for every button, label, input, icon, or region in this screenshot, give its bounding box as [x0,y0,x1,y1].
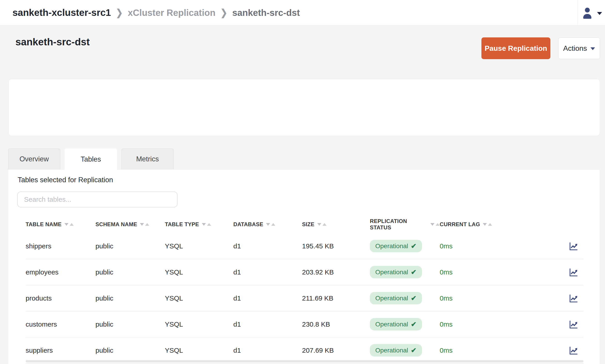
check-icon: ✔ [411,294,417,302]
actions-button[interactable]: Actions [558,37,600,59]
cell-table-name: employees [26,268,95,276]
tab-metrics[interactable]: Metrics [121,148,174,169]
sort-icon[interactable] [202,223,211,226]
user-avatar-icon [581,6,594,19]
check-icon: ✔ [411,320,417,328]
lag-graph-icon[interactable] [568,267,579,277]
table-row[interactable]: shippers public YSQL d1 195.45 KB Operat… [26,233,583,259]
cell-schema-name: public [95,268,165,276]
breadcrumb-universe[interactable]: sanketh-xcluster-src1 [13,7,111,18]
cell-current-lag: 0ms [440,347,506,354]
page-title: sanketh-src-dst [15,36,90,48]
column-header-replication-status[interactable]: REPLICATION STATUS [370,218,440,231]
pause-replication-button[interactable]: Pause Replication [481,37,550,59]
panel-heading: Tables selected for Replication [18,176,113,184]
cell-schema-name: public [95,242,165,250]
status-badge: Operational✔ [370,240,422,252]
table-row[interactable]: employees public YSQL d1 203.92 KB Opera… [26,259,583,285]
column-header-schema-name[interactable]: SCHEMA NAME [95,221,165,228]
cell-size: 211.69 KB [302,294,370,302]
status-badge: Operational✔ [370,318,422,330]
cell-size: 203.92 KB [302,268,370,276]
detail-tabs: Overview Tables Metrics [8,148,174,170]
cell-schema-name: public [95,347,165,354]
user-menu[interactable] [577,0,605,25]
sort-icon[interactable] [317,223,327,226]
sort-icon[interactable] [64,223,74,226]
breadcrumb-current: sanketh-src-dst [232,8,300,18]
tables-panel: Tables selected for Replication TABLE NA… [8,169,600,364]
top-navbar: sanketh-xcluster-src1 ❯ xCluster Replica… [0,0,605,25]
table-header-row: TABLE NAME SCHEMA NAME TABLE TYPE DATABA… [26,216,583,233]
cell-table-name: customers [26,321,95,328]
status-badge: Operational✔ [370,292,422,304]
tab-overview[interactable]: Overview [8,148,60,169]
cell-current-lag: 0ms [440,242,506,250]
check-icon: ✔ [411,346,417,354]
breadcrumb-chevron-icon: ❯ [116,7,123,18]
cell-table-name: suppliers [26,347,95,354]
sort-icon[interactable] [430,223,440,226]
column-header-table-name[interactable]: TABLE NAME [26,221,95,228]
cell-database: d1 [233,268,302,276]
table-row[interactable]: suppliers public YSQL d1 207.69 KB Opera… [26,338,583,364]
cell-table-type: YSQL [165,268,233,276]
cell-size: 195.45 KB [302,242,370,250]
check-icon: ✔ [411,242,417,250]
cell-table-type: YSQL [165,321,233,328]
column-header-table-type[interactable]: TABLE TYPE [165,221,233,228]
cell-table-type: YSQL [165,242,233,250]
replication-status-card: Replication Status Enabled Current Lag L… [8,79,600,136]
cell-database: d1 [233,294,302,302]
lag-graph-icon[interactable] [568,241,579,251]
search-input[interactable] [17,192,178,207]
horizontal-scrollbar[interactable] [26,360,583,363]
breadcrumb-chevron-icon: ❯ [220,7,227,18]
cell-schema-name: public [95,321,165,328]
chevron-down-icon [591,47,595,50]
lag-graph-icon[interactable] [568,293,579,303]
column-header-database[interactable]: DATABASE [233,221,302,228]
cell-current-lag: 0ms [440,321,506,328]
chevron-down-icon [597,12,602,15]
cell-current-lag: 0ms [440,294,506,302]
cell-table-type: YSQL [165,294,233,302]
cell-table-name: shippers [26,242,95,250]
cell-size: 207.69 KB [302,347,370,354]
breadcrumb: sanketh-xcluster-src1 ❯ xCluster Replica… [13,0,300,25]
status-badge: Operational✔ [370,344,422,357]
lag-graph-icon[interactable] [568,345,579,356]
table-row[interactable]: customers public YSQL d1 230.8 KB Operat… [26,312,583,338]
cell-size: 230.8 KB [302,321,370,328]
check-icon: ✔ [411,268,417,276]
table-row[interactable]: products public YSQL d1 211.69 KB Operat… [26,285,583,312]
breadcrumb-section[interactable]: xCluster Replication [128,8,215,18]
cell-database: d1 [233,321,302,328]
column-header-current-lag[interactable]: CURRENT LAG [440,221,506,228]
cell-table-name: products [26,294,95,302]
cell-table-type: YSQL [165,347,233,354]
lag-graph-icon[interactable] [568,319,579,330]
cell-current-lag: 0ms [440,268,506,276]
replication-tables-table: TABLE NAME SCHEMA NAME TABLE TYPE DATABA… [26,216,583,364]
sort-icon[interactable] [266,223,275,226]
sort-icon[interactable] [140,223,149,226]
column-header-size[interactable]: SIZE [302,221,370,228]
tab-tables[interactable]: Tables [65,148,117,170]
table-body: shippers public YSQL d1 195.45 KB Operat… [26,233,583,364]
sort-icon[interactable] [483,223,492,226]
cell-database: d1 [233,242,302,250]
cell-schema-name: public [95,294,165,302]
actions-button-label: Actions [563,44,587,52]
status-badge: Operational✔ [370,266,422,278]
cell-database: d1 [233,347,302,354]
